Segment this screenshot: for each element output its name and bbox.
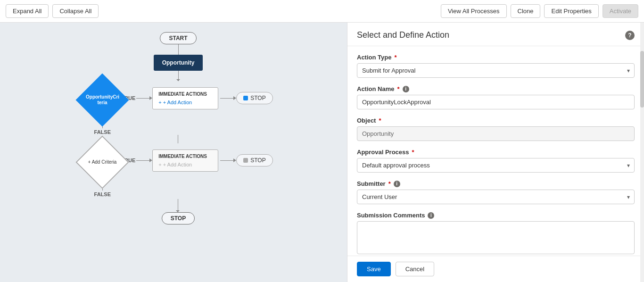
submitter-select-wrapper: Current User ▾ — [357, 190, 635, 204]
stop-label-1: STOP — [250, 95, 265, 101]
expand-all-button[interactable]: Expand All — [6, 4, 49, 18]
panel-title: Select and Define Action — [357, 30, 449, 40]
object-required: * — [379, 117, 381, 124]
submission-comments-info-icon[interactable]: i — [428, 212, 434, 219]
action-name-group: Action Name * i — [357, 85, 635, 109]
action-name-label: Action Name * i — [357, 85, 635, 92]
flow-wrapper: START Opportunity OpportunityCriteria — [9, 32, 338, 224]
approval-process-label: Approval Process * — [357, 149, 635, 156]
save-button[interactable]: Save — [357, 262, 391, 276]
scrollbar[interactable] — [640, 23, 644, 282]
stop-square-gray — [243, 158, 248, 163]
action-type-label: Action Type * — [357, 54, 635, 61]
submission-comments-label: Submission Comments i — [357, 212, 635, 219]
object-input — [357, 126, 635, 141]
final-stop-label: STOP — [171, 215, 186, 222]
add-action-2[interactable]: + + Add Action — [158, 162, 212, 167]
criteria-label: OpportunityCriteria — [86, 94, 119, 106]
start-node: START — [160, 32, 196, 44]
submitter-info-icon[interactable]: i — [394, 181, 400, 187]
add-action-label-1[interactable]: + Add Action — [163, 100, 192, 105]
h-arrow-line-1 — [136, 98, 149, 99]
activate-button: Activate — [603, 4, 638, 18]
immediate-actions-2: IMMEDIATE ACTIONS + + Add Action — [152, 149, 218, 172]
main-layout: START Opportunity OpportunityCriteria — [0, 23, 644, 282]
add-action-label-2[interactable]: + Add Action — [163, 162, 192, 167]
panel-header: Select and Define Action ? — [347, 23, 644, 46]
opportunity-label: Opportunity — [162, 59, 195, 66]
submitter-group: Submitter * i Current User ▾ — [357, 180, 635, 204]
approval-process-group: Approval Process * Default approval proc… — [357, 149, 635, 173]
start-label: START — [169, 35, 187, 41]
false-v-connector — [178, 135, 178, 143]
action-name-required: * — [397, 85, 399, 92]
action-type-group: Action Type * Submit for Approval ▾ — [357, 54, 635, 78]
view-all-processes-button[interactable]: View All Processes — [441, 4, 507, 18]
immediate-actions-title-2: IMMEDIATE ACTIONS — [158, 154, 212, 159]
right-panel: Select and Define Action ? Action Type *… — [347, 23, 644, 282]
edit-properties-button[interactable]: Edit Properties — [544, 4, 598, 18]
add-criteria-label: + Add Criteria — [86, 159, 119, 165]
submitter-required: * — [388, 180, 391, 187]
connector-start-opp — [178, 44, 179, 55]
object-group: Object * — [357, 117, 635, 141]
action-name-info-icon[interactable]: i — [403, 86, 409, 92]
stop-node-2: STOP — [236, 154, 272, 166]
h-arrow-line-3 — [136, 160, 149, 161]
action-type-select[interactable]: Submit for Approval — [357, 63, 635, 78]
plus-icon-2: + — [158, 162, 161, 167]
plus-icon-1: + — [158, 100, 161, 105]
immediate-actions-title-1: IMMEDIATE ACTIONS — [158, 91, 212, 97]
h-arrow-line-4 — [220, 160, 233, 161]
stop-node-1: STOP — [236, 92, 272, 104]
canvas: START Opportunity OpportunityCriteria — [0, 23, 347, 282]
submission-comments-group: Submission Comments i — [357, 212, 635, 256]
start-section: START Opportunity OpportunityCriteria — [19, 32, 338, 224]
opportunity-node[interactable]: Opportunity — [154, 55, 203, 71]
connector-opp-criteria — [178, 71, 179, 81]
toolbar-right: View All Processes Clone Edit Properties… — [441, 4, 638, 18]
submission-comments-textarea[interactable] — [357, 221, 635, 254]
action-type-required: * — [394, 54, 396, 61]
immediate-actions-1: IMMEDIATE ACTIONS + + Add Action — [152, 87, 218, 109]
approval-process-select-wrapper: Default approval process ▾ — [357, 158, 635, 173]
false2-label: FALSE — [94, 191, 111, 197]
toolbar-left: Expand All Collapse All — [6, 4, 99, 18]
stop-square-blue — [243, 96, 248, 100]
scroll-thumb[interactable] — [640, 51, 644, 108]
add-criteria-row: + Add Criteria FALSE TRUE — [83, 143, 272, 197]
approval-process-select[interactable]: Default approval process — [357, 158, 635, 173]
stop-label-2: STOP — [250, 157, 265, 164]
action-name-input[interactable] — [357, 95, 635, 109]
object-label: Object * — [357, 117, 635, 124]
submitter-select[interactable]: Current User — [357, 190, 635, 204]
action-type-select-wrapper: Submit for Approval ▾ — [357, 63, 635, 78]
help-icon[interactable]: ? — [625, 31, 635, 40]
criteria-row: OpportunityCriteria FALSE TRUE — [83, 81, 272, 135]
add-action-1[interactable]: + + Add Action — [158, 100, 212, 105]
criteria-diamond[interactable]: OpportunityCriteria — [76, 73, 129, 126]
toolbar: Expand All Collapse All View All Process… — [0, 0, 644, 23]
h-arrow-line-2 — [220, 98, 233, 99]
panel-footer: Save Cancel — [347, 256, 644, 282]
final-stop-connector — [178, 199, 178, 212]
approval-process-required: * — [412, 149, 414, 156]
false-label: FALSE — [94, 129, 111, 135]
cancel-button[interactable]: Cancel — [396, 262, 434, 276]
clone-button[interactable]: Clone — [511, 4, 541, 18]
submitter-label: Submitter * i — [357, 180, 635, 187]
add-criteria-diamond[interactable]: + Add Criteria — [76, 135, 129, 189]
collapse-all-button[interactable]: Collapse All — [52, 4, 99, 18]
panel-body: Action Type * Submit for Approval ▾ Acti… — [347, 46, 644, 256]
